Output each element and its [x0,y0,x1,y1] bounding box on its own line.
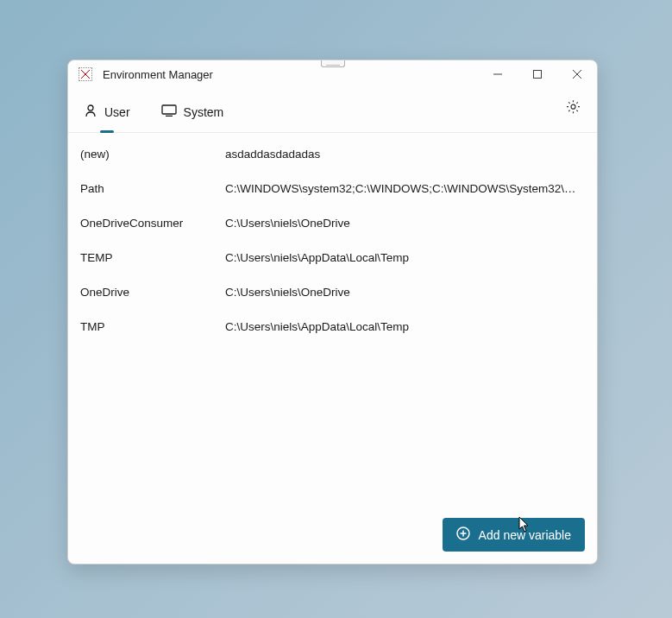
close-button[interactable] [557,60,597,88]
variable-value: C:\WINDOWS\system32;C:\WINDOWS;C:\WINDOW… [225,182,585,195]
variable-value: C:\Users\niels\OneDrive [225,217,585,230]
window-controls [478,60,597,88]
user-icon [84,104,97,120]
variable-name: TEMP [80,251,225,264]
titlebar: Environment Manager [68,60,597,88]
tab-bar: User System [68,88,597,133]
gear-icon [566,99,581,117]
maximize-button[interactable] [518,60,557,88]
tab-system[interactable]: System [158,98,228,131]
plus-circle-icon [456,527,470,543]
variable-row[interactable]: TEMPC:\Users\niels\AppData\Local\Temp [68,240,597,274]
add-variable-button[interactable]: Add new variable [443,518,585,552]
svg-rect-7 [162,105,176,114]
variable-name: OneDriveConsumer [80,217,225,230]
variable-value: C:\Users\niels\OneDrive [225,286,585,299]
variable-value: C:\Users\niels\AppData\Local\Temp [225,320,585,333]
variable-name: Path [80,182,225,195]
variable-row[interactable]: TMPC:\Users\niels\AppData\Local\Temp [68,309,597,344]
tab-system-label: System [184,105,224,119]
variable-value: asdaddasdadadas [225,148,585,161]
variable-row[interactable]: (new)asdaddasdadadas [68,136,597,171]
variable-row[interactable]: PathC:\WINDOWS\system32;C:\WINDOWS;C:\WI… [68,171,597,205]
variable-value: C:\Users\niels\AppData\Local\Temp [225,251,585,264]
variable-row[interactable]: OneDriveC:\Users\niels\OneDrive [68,274,597,309]
variable-name: OneDrive [80,286,225,299]
minimize-button[interactable] [478,60,518,88]
tab-user[interactable]: User [80,97,134,132]
variable-name: TMP [80,320,225,333]
svg-rect-3 [534,71,542,79]
svg-point-9 [571,104,575,109]
variable-row[interactable]: OneDriveConsumerC:\Users\niels\OneDrive [68,205,597,240]
app-window: Environment Manager User System [67,60,598,564]
tab-user-label: User [104,105,130,119]
window-title: Environment Manager [103,68,213,81]
app-icon [79,67,92,81]
svg-point-6 [88,105,93,110]
footer: Add new variable [68,508,597,564]
add-variable-label: Add new variable [479,528,571,542]
system-icon [161,104,177,119]
variable-list: (new)asdaddasdadadasPathC:\WINDOWS\syste… [68,133,597,508]
variable-name: (new) [80,148,225,161]
settings-button[interactable] [561,96,585,120]
